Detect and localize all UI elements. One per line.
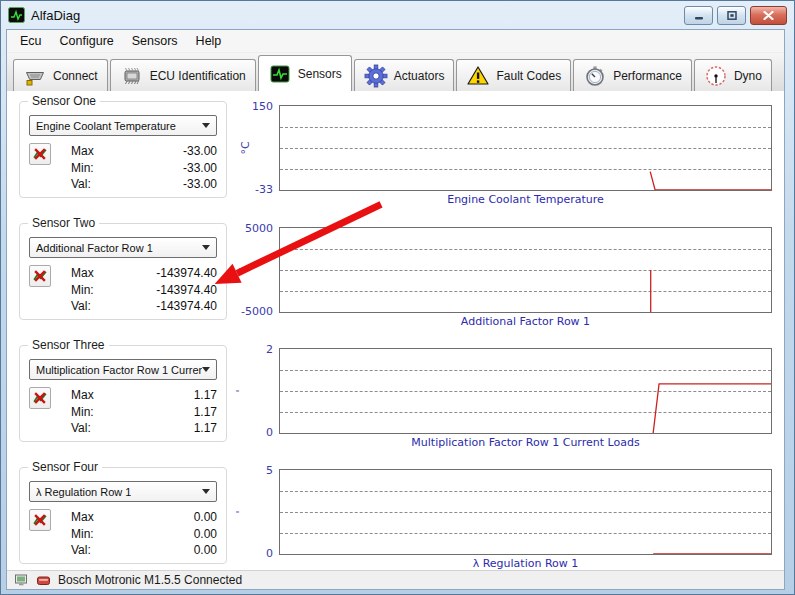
oscilloscope-icon	[268, 62, 292, 86]
tab-dyno[interactable]: Dyno	[694, 59, 772, 91]
tab-sensors[interactable]: Sensors	[258, 55, 352, 91]
val-value: -143974.40	[156, 298, 217, 315]
group-label: Sensor One	[28, 94, 100, 108]
plot-area	[279, 469, 772, 555]
disable-graph-button[interactable]	[29, 509, 51, 531]
chip-icon	[120, 64, 144, 88]
sensor-one-select[interactable]: Engine Coolant Temperature	[29, 115, 217, 136]
sensor-trace	[280, 470, 771, 554]
tab-label: Sensors	[298, 67, 342, 81]
disable-graph-button[interactable]	[29, 143, 51, 165]
chevron-down-icon	[202, 123, 210, 128]
app-icon	[8, 7, 25, 23]
group-label: Sensor Three	[28, 338, 109, 352]
menu-configure[interactable]: Configure	[51, 31, 123, 51]
plot-area	[279, 105, 772, 191]
val-label: Val:	[71, 542, 91, 559]
max-label: Max	[71, 143, 94, 160]
tab-label: Actuators	[394, 69, 445, 83]
menu-sensors[interactable]: Sensors	[123, 31, 187, 51]
sensor-two-select[interactable]: Additional Factor Row 1	[29, 237, 217, 258]
sensor-three-select[interactable]: Multiplication Factor Row 1 Current	[29, 359, 217, 380]
sensor-two-values: Max-143974.40 Min:-143974.40 Val:-143974…	[59, 265, 217, 315]
chart-title: Additional Factor Row 1	[279, 315, 772, 328]
sensor-four-panel: Sensor Four λ Regulation Row 1 Max0.00 M…	[19, 467, 227, 564]
app-frame: Ecu Configure Sensors Help Connect ECU I…	[6, 29, 785, 590]
y-axis-min-tick: -5000	[241, 305, 273, 318]
sensor-trace	[280, 349, 771, 433]
main-content: Sensor One Engine Coolant Temperature Ma…	[7, 91, 784, 570]
sensor-one-panel: Sensor One Engine Coolant Temperature Ma…	[19, 101, 227, 198]
sensor-three-panel: Sensor Three Multiplication Factor Row 1…	[19, 345, 227, 442]
chart-engine-coolant-temperature: 150 °C -33 Engine Coolant Temperature	[235, 105, 772, 191]
stopwatch-icon	[583, 64, 607, 88]
max-value: -33.00	[183, 143, 217, 160]
title-bar[interactable]: AlfaDiag	[1, 1, 794, 29]
connection-status: Bosch Motronic M1.5.5 Connected	[58, 573, 242, 587]
menu-help[interactable]: Help	[187, 31, 231, 51]
y-axis-max-tick: 150	[252, 100, 273, 113]
tab-fault-codes[interactable]: Fault Codes	[456, 59, 571, 91]
ecu-module-icon	[36, 573, 51, 587]
max-value: -143974.40	[156, 265, 217, 282]
sensor-column: Sensor One Engine Coolant Temperature Ma…	[7, 91, 235, 570]
plot-area	[279, 227, 772, 313]
tab-ecu-identification[interactable]: ECU Identification	[110, 59, 256, 91]
val-label: Val:	[71, 176, 91, 193]
tab-label: Fault Codes	[496, 69, 561, 83]
y-axis-max-tick: 2	[266, 343, 273, 356]
disable-graph-button[interactable]	[29, 387, 51, 409]
min-label: Min:	[71, 160, 94, 177]
tab-performance[interactable]: Performance	[573, 59, 692, 91]
computer-icon	[14, 573, 29, 587]
tab-label: Dyno	[734, 69, 762, 83]
y-axis-unit-label: °C	[239, 141, 252, 154]
sensor-four-select[interactable]: λ Regulation Row 1	[29, 481, 217, 502]
tab-connect[interactable]: Connect	[13, 59, 108, 91]
min-label: Min:	[71, 526, 94, 543]
y-axis-unit-label: '	[234, 510, 247, 513]
maximize-button[interactable]	[717, 6, 746, 25]
chevron-down-icon	[202, 489, 210, 494]
group-label: Sensor Two	[28, 216, 99, 230]
max-label: Max	[71, 265, 94, 282]
chart-column: 150 °C -33 Engine Coolant Temperature 50…	[235, 91, 784, 570]
y-axis-min-tick: -33	[255, 183, 273, 196]
tab-label: ECU Identification	[150, 69, 246, 83]
y-axis-max-tick: 5	[266, 464, 273, 477]
app-window: AlfaDiag Ecu Configure Sensors Help	[0, 0, 795, 595]
toolbar-tabs: Connect ECU Identification Sensors Actua…	[7, 53, 784, 91]
chart-title: Engine Coolant Temperature	[279, 193, 772, 206]
min-label: Min:	[71, 404, 94, 421]
min-value: -143974.40	[156, 282, 217, 299]
val-label: Val:	[71, 298, 91, 315]
tab-label: Performance	[613, 69, 682, 83]
close-button[interactable]	[750, 6, 787, 25]
status-bar: Bosch Motronic M1.5.5 Connected	[7, 570, 784, 589]
tab-actuators[interactable]: Actuators	[354, 59, 455, 91]
sensor-trace	[280, 106, 771, 190]
disable-graph-button[interactable]	[29, 265, 51, 287]
chart-title: Multiplication Factor Row 1 Current Load…	[279, 436, 772, 449]
max-label: Max	[71, 387, 94, 404]
y-axis-max-tick: 5000	[245, 222, 273, 235]
chart-lambda-regulation: 5 ' 0 λ Regulation Row 1	[235, 469, 772, 555]
val-value: -33.00	[183, 176, 217, 193]
y-axis-unit-label: s	[235, 267, 248, 273]
menu-ecu[interactable]: Ecu	[11, 31, 51, 51]
chart-title: λ Regulation Row 1	[279, 557, 772, 570]
y-axis-min-tick: 0	[266, 547, 273, 560]
window-title: AlfaDiag	[31, 8, 80, 23]
min-value: -33.00	[183, 160, 217, 177]
gauge-icon	[704, 64, 728, 88]
min-label: Min:	[71, 282, 94, 299]
minimize-button[interactable]	[684, 6, 713, 25]
max-value: 0.00	[194, 509, 217, 526]
val-label: Val:	[71, 420, 91, 437]
min-value: 0.00	[194, 526, 217, 543]
sensor-trace	[280, 228, 771, 312]
chart-multiplication-factor: 2 ' 0 Multiplication Factor Row 1 Curren…	[235, 348, 772, 434]
sensor-two-panel: Sensor Two Additional Factor Row 1 Max-1…	[19, 223, 227, 320]
connector-icon	[23, 64, 47, 88]
max-label: Max	[71, 509, 94, 526]
